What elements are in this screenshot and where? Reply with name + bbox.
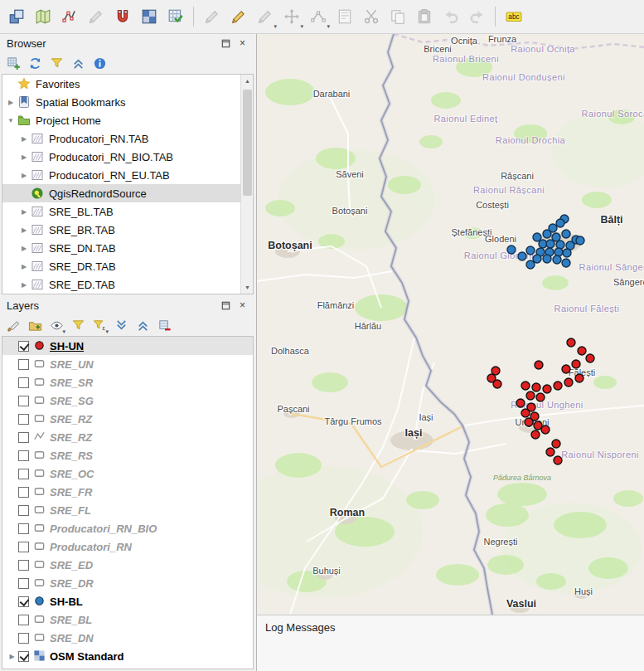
layer-row[interactable]: SRE_UN: [2, 355, 253, 373]
raster-tools-icon[interactable]: [137, 5, 161, 29]
layer-row[interactable]: SRE_DN: [2, 629, 253, 647]
layer-row[interactable]: SH-BL: [2, 592, 253, 610]
layer-visibility-checkbox[interactable]: [18, 432, 29, 443]
expander-icon[interactable]: ▶: [17, 172, 31, 179]
browser-item[interactable]: ▶Producatori_RN_EU.TAB: [2, 166, 240, 184]
layer-visibility-checkbox[interactable]: [18, 578, 29, 589]
layer-visibility-checkbox[interactable]: [18, 414, 29, 425]
save-layer-edits-icon[interactable]: [200, 5, 224, 29]
layer-visibility-checkbox[interactable]: [18, 633, 29, 644]
layer-row[interactable]: ▶OSM Standard: [2, 647, 253, 665]
scrollbar-thumb[interactable]: [243, 90, 252, 196]
layer-visibility-checkbox[interactable]: [18, 377, 29, 388]
layer-visibility-checkbox[interactable]: [18, 469, 29, 479]
close-panel-icon[interactable]: ×: [236, 299, 249, 312]
check-geometries-icon[interactable]: [163, 5, 187, 29]
layer-row[interactable]: SRE_DR: [2, 574, 253, 592]
layer-row[interactable]: SRE_RZ: [2, 428, 253, 446]
filter-browser-icon[interactable]: [47, 54, 65, 72]
scroll-up-icon[interactable]: ▲: [241, 75, 254, 87]
layer-row[interactable]: Producatori_RN: [2, 537, 253, 556]
layer-row[interactable]: SRE_OC: [2, 464, 253, 483]
layer-visibility-checkbox[interactable]: [18, 615, 29, 625]
map-canvas[interactable]: OcnițaFrunzaRaionul OcnițaBriceniRaionul…: [256, 34, 644, 615]
close-panel-icon[interactable]: ×: [236, 37, 249, 50]
layer-visibility-checkbox[interactable]: [18, 560, 29, 571]
expander-icon[interactable]: ▶: [17, 263, 31, 270]
vertex-editor-icon[interactable]: ▾: [306, 5, 330, 29]
browser-item[interactable]: ▶Spatial Bookmarks: [2, 93, 240, 111]
browser-item[interactable]: ▶Producatori_RN_BIO.TAB: [2, 148, 240, 166]
expander-icon[interactable]: ▶: [4, 99, 17, 106]
paste-features-icon[interactable]: [412, 5, 436, 29]
browser-item[interactable]: ▶SRE_BL.TAB: [2, 202, 240, 221]
dropdown-caret-icon[interactable]: ▾: [105, 328, 109, 334]
redo-icon[interactable]: [465, 5, 489, 29]
browser-item[interactable]: ▶SRE_DR.TAB: [2, 257, 240, 275]
expander-icon[interactable]: ▶: [6, 653, 18, 660]
layer-visibility-checkbox[interactable]: [18, 487, 29, 498]
layer-row[interactable]: SRE_FL: [2, 501, 253, 519]
undo-icon[interactable]: [438, 5, 462, 29]
move-feature-icon[interactable]: ▾: [279, 5, 303, 29]
layer-visibility-checkbox[interactable]: [18, 505, 29, 516]
layer-row[interactable]: SH-UN: [2, 337, 253, 355]
toggle-editing-icon[interactable]: [84, 5, 108, 29]
browser-item[interactable]: ▶SRE_BR.TAB: [2, 221, 240, 239]
dropdown-caret-icon[interactable]: ▾: [274, 23, 277, 29]
collapse-all-icon[interactable]: [69, 54, 87, 72]
layer-row[interactable]: SRE_SG: [2, 391, 253, 410]
expander-icon[interactable]: ▶: [17, 135, 31, 143]
filter-by-expression-icon[interactable]: ε▾: [90, 316, 109, 334]
browser-item[interactable]: ▶SRE_DN.TAB: [2, 239, 240, 257]
collapse-all-icon[interactable]: [133, 316, 152, 334]
layer-row[interactable]: SRE_RZ: [2, 410, 253, 428]
data-source-manager-icon[interactable]: [4, 5, 28, 29]
remove-layer-icon[interactable]: [155, 316, 173, 334]
layer-visibility-checkbox[interactable]: [18, 396, 29, 406]
current-edits-icon[interactable]: [226, 5, 250, 29]
layer-row[interactable]: SRE_RS: [2, 446, 253, 464]
snapping-options-icon[interactable]: [110, 5, 134, 29]
expand-all-icon[interactable]: [112, 316, 130, 334]
browser-item[interactable]: Favorites: [2, 75, 240, 93]
layer-row[interactable]: SRE_SR: [2, 373, 253, 391]
georeferencer-icon[interactable]: [31, 5, 55, 29]
layer-row[interactable]: SRE_FR: [2, 483, 253, 501]
expander-icon[interactable]: ▶: [17, 153, 31, 161]
cut-features-icon[interactable]: [359, 5, 383, 29]
open-layer-styling-icon[interactable]: [4, 316, 22, 334]
expander-icon[interactable]: ▶: [17, 208, 31, 216]
layer-labeling-icon[interactable]: abc: [501, 5, 525, 29]
expander-icon[interactable]: ▼: [4, 117, 17, 124]
add-group-icon[interactable]: [26, 316, 44, 334]
browser-item[interactable]: QgisRednordSource: [2, 184, 240, 202]
dropdown-caret-icon[interactable]: ▾: [62, 328, 65, 334]
float-panel-icon[interactable]: [220, 37, 232, 50]
scroll-down-icon[interactable]: ▼: [241, 281, 254, 294]
browser-item[interactable]: ▼Project Home: [2, 111, 240, 129]
browser-item[interactable]: ▶SRE_ED.TAB: [2, 275, 240, 294]
layer-row[interactable]: SRE_BL: [2, 610, 253, 629]
layer-visibility-checkbox[interactable]: [18, 651, 29, 662]
browser-item[interactable]: ▶Producatori_RN.TAB: [2, 129, 240, 148]
dropdown-caret-icon[interactable]: ▾: [300, 23, 303, 29]
layer-row[interactable]: Producatori_RN_BIO: [2, 519, 253, 537]
modify-attributes-icon[interactable]: [332, 5, 356, 29]
vertex-tool-icon[interactable]: [57, 5, 81, 29]
expander-icon[interactable]: ▶: [17, 226, 31, 234]
copy-features-icon[interactable]: [385, 5, 409, 29]
layer-visibility-checkbox[interactable]: [18, 542, 29, 552]
layer-visibility-checkbox[interactable]: [18, 523, 29, 534]
expander-icon[interactable]: ▶: [17, 245, 31, 252]
refresh-icon[interactable]: [26, 54, 44, 72]
log-messages-tab[interactable]: Log Messages: [265, 621, 336, 634]
properties-icon[interactable]: [90, 54, 109, 72]
layer-visibility-checkbox[interactable]: [18, 341, 29, 352]
browser-scrollbar[interactable]: ▲ ▼: [240, 75, 253, 294]
layer-visibility-checkbox[interactable]: [18, 359, 29, 370]
float-panel-icon[interactable]: [220, 299, 232, 312]
add-selected-layers-icon[interactable]: [4, 54, 22, 72]
dropdown-caret-icon[interactable]: ▾: [327, 23, 330, 29]
expander-icon[interactable]: ▶: [17, 281, 31, 289]
